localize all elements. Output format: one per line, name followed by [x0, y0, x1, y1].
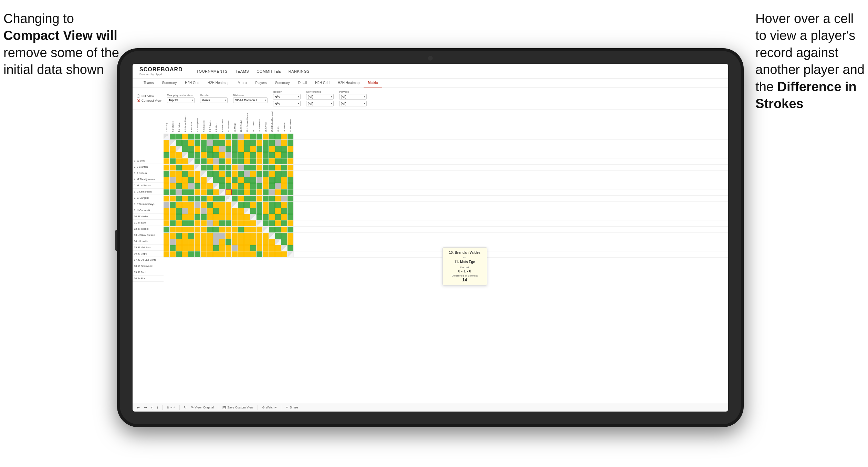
grid-cell[interactable] — [170, 177, 176, 183]
grid-cell[interactable] — [287, 208, 294, 214]
grid-cell[interactable] — [257, 158, 263, 164]
grid-cell[interactable] — [244, 251, 250, 257]
grid-cell[interactable] — [287, 245, 294, 251]
grid-cell[interactable] — [250, 152, 257, 158]
grid-cell[interactable] — [287, 171, 294, 177]
grid-cell[interactable] — [250, 140, 257, 146]
grid-cell[interactable] — [201, 239, 207, 245]
grid-cell[interactable] — [232, 183, 238, 189]
grid-cell[interactable] — [275, 171, 281, 177]
grid-cell[interactable] — [182, 134, 188, 139]
grid-cell[interactable] — [250, 214, 257, 220]
grid-cell[interactable] — [257, 202, 263, 208]
grid-cell[interactable] — [238, 171, 244, 177]
grid-cell[interactable] — [287, 158, 294, 164]
grid-cell[interactable] — [164, 227, 170, 232]
grid-cell[interactable] — [164, 177, 170, 183]
grid-cell[interactable] — [188, 202, 195, 208]
grid-cell[interactable] — [213, 239, 219, 245]
grid-cell[interactable] — [170, 239, 176, 245]
grid-cell[interactable] — [207, 214, 213, 220]
grid-cell[interactable] — [201, 189, 207, 195]
grid-cell[interactable] — [207, 134, 213, 139]
grid-cell[interactable] — [201, 158, 207, 164]
grid-cell[interactable] — [170, 171, 176, 177]
nav-item-committee[interactable]: COMMITTEE — [257, 69, 281, 73]
grid-cell[interactable] — [176, 165, 182, 170]
grid-cell[interactable] — [219, 239, 226, 245]
grid-cell[interactable] — [287, 220, 294, 226]
filter-conference-wrap2[interactable]: (All) — [306, 101, 334, 106]
grid-cell[interactable] — [232, 134, 238, 139]
grid-cell[interactable] — [182, 251, 188, 257]
grid-cell[interactable] — [182, 152, 188, 158]
grid-cell[interactable] — [176, 251, 182, 257]
grid-cell[interactable] — [182, 220, 188, 226]
filter-gender-wrap[interactable]: Men's — [200, 97, 228, 103]
grid-cell[interactable] — [287, 233, 294, 239]
grid-cell[interactable] — [250, 189, 257, 195]
tab-players[interactable]: Players — [251, 79, 271, 87]
grid-cell[interactable] — [287, 140, 294, 146]
grid-cell[interactable] — [219, 189, 226, 195]
grid-cell[interactable] — [244, 177, 250, 183]
grid-cell[interactable] — [195, 134, 201, 139]
grid-cell[interactable] — [238, 177, 244, 183]
grid-cell[interactable] — [176, 227, 182, 232]
grid-cell[interactable] — [263, 152, 269, 158]
toolbar-save-custom[interactable]: 💾 Save Custom View — [222, 406, 253, 409]
toolbar-reset-icon[interactable]: ↻ — [184, 406, 187, 409]
grid-cell[interactable] — [281, 196, 287, 201]
grid-cell[interactable] — [207, 146, 213, 152]
grid-cell[interactable] — [263, 233, 269, 239]
nav-item-tournaments[interactable]: TOURNAMENTS — [197, 69, 228, 73]
grid-cell[interactable] — [275, 152, 281, 158]
grid-cell[interactable] — [281, 233, 287, 239]
grid-cell[interactable] — [263, 183, 269, 189]
grid-cell[interactable] — [176, 152, 182, 158]
filter-region-wrap1[interactable]: N/A — [273, 94, 301, 100]
grid-cell[interactable] — [269, 177, 275, 183]
grid-cell[interactable] — [250, 233, 257, 239]
grid-cell[interactable] — [213, 134, 219, 139]
grid-cell[interactable] — [213, 171, 219, 177]
grid-cell[interactable] — [275, 196, 281, 201]
grid-cell[interactable] — [263, 189, 269, 195]
grid-cell[interactable] — [176, 177, 182, 183]
grid-cell[interactable] — [275, 239, 281, 245]
toolbar-redo[interactable]: ↪ — [144, 405, 147, 410]
grid-cell[interactable] — [176, 233, 182, 239]
grid-cell[interactable] — [207, 202, 213, 208]
filter-division-select[interactable]: NCAA Division I — [233, 97, 268, 103]
grid-cell[interactable] — [170, 245, 176, 251]
grid-cell[interactable] — [207, 189, 213, 195]
grid-cell[interactable] — [164, 196, 170, 201]
grid-cell[interactable] — [263, 251, 269, 257]
grid-cell[interactable] — [201, 134, 207, 139]
grid-cell[interactable] — [269, 251, 275, 257]
grid-cell[interactable] — [232, 158, 238, 164]
grid-cell[interactable] — [201, 227, 207, 232]
grid-cell[interactable] — [170, 220, 176, 226]
grid-cell[interactable] — [250, 134, 257, 139]
grid-cell[interactable] — [201, 245, 207, 251]
grid-cell[interactable] — [219, 165, 226, 170]
grid-cell[interactable] — [238, 152, 244, 158]
grid-cell[interactable] — [170, 227, 176, 232]
grid-cell[interactable] — [287, 251, 294, 257]
grid-cell[interactable] — [269, 152, 275, 158]
grid-cell[interactable] — [182, 202, 188, 208]
grid-cell[interactable] — [281, 171, 287, 177]
grid-cell[interactable] — [244, 189, 250, 195]
grid-cell[interactable] — [232, 239, 238, 245]
grid-cell[interactable] — [287, 183, 294, 189]
grid-cell[interactable] — [219, 227, 226, 232]
grid-cell[interactable] — [226, 189, 232, 195]
grid-cell[interactable] — [269, 165, 275, 170]
grid-cell[interactable] — [207, 227, 213, 232]
grid-cell[interactable] — [188, 183, 195, 189]
grid-cell[interactable] — [263, 177, 269, 183]
grid-cell[interactable] — [219, 251, 226, 257]
grid-cell[interactable] — [238, 146, 244, 152]
grid-cell[interactable] — [226, 177, 232, 183]
